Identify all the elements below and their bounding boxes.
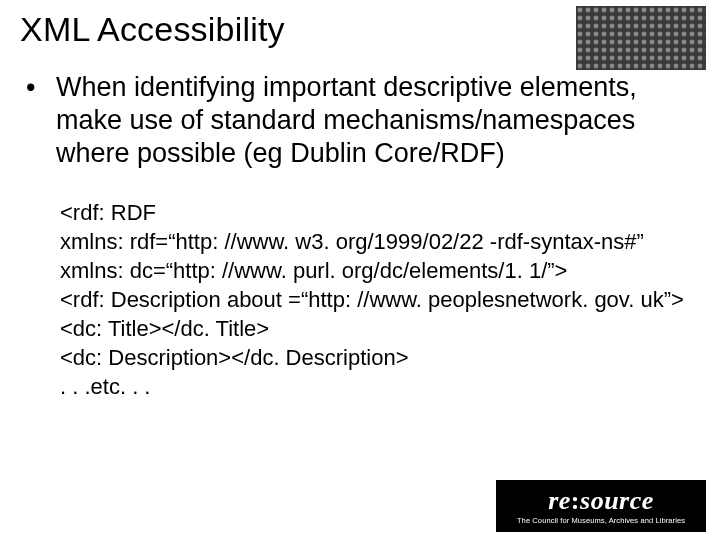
code-line: <dc: Title></dc. Title>: [60, 314, 700, 343]
code-line: <dc: Description></dc. Description>: [60, 343, 700, 372]
colon-icon: :: [571, 486, 580, 515]
code-block: <rdf: RDF xmlns: rdf=“http: //www. w3. o…: [60, 198, 700, 401]
bullet-marker: •: [20, 71, 56, 104]
code-line: <rdf: RDF: [60, 198, 700, 227]
footer-logo: re:source The Council for Museums, Archi…: [496, 480, 706, 532]
slide: XML Accessibility • When identifying imp…: [0, 0, 720, 540]
code-line: xmlns: dc=“http: //www. purl. org/dc/ele…: [60, 256, 700, 285]
logo-brand-left: re: [548, 486, 571, 515]
logo-brand-right: source: [580, 486, 654, 515]
decorative-texture: [576, 6, 706, 70]
bullet-text: When identifying important descriptive e…: [56, 71, 700, 170]
code-line: . . .etc. . .: [60, 372, 700, 401]
bullet-item: • When identifying important descriptive…: [20, 71, 700, 170]
code-line: xmlns: rdf=“http: //www. w3. org/1999/02…: [60, 227, 700, 256]
code-line: <rdf: Description about =“http: //www. p…: [60, 285, 700, 314]
logo-brand: re:source: [548, 488, 654, 514]
logo-subtitle: The Council for Museums, Archives and Li…: [517, 516, 685, 525]
